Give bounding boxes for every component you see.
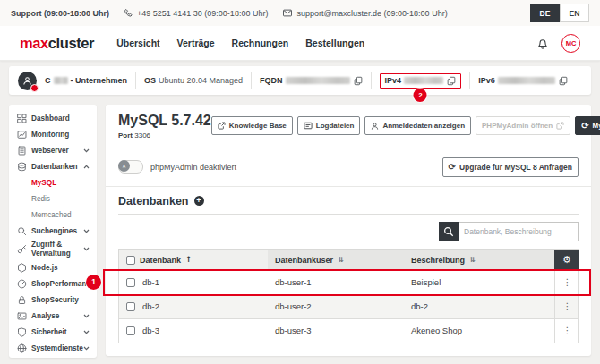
select-all-checkbox[interactable]: [126, 256, 135, 265]
main-menu: Übersicht Verträge Rechnungen Bestellung…: [116, 38, 364, 48]
copy-icon[interactable]: [447, 76, 456, 86]
nav-item-bestellungen[interactable]: Bestellungen: [305, 38, 364, 48]
fqdn-info: FQDN: [260, 76, 363, 86]
phpmyadmin-toggle-label: phpMyAdmin deaktiviert: [150, 163, 236, 172]
copy-icon[interactable]: [559, 76, 568, 86]
chevron-down-icon: [83, 314, 90, 318]
database-search-input[interactable]: [459, 222, 579, 241]
db-name: db-3: [142, 326, 159, 335]
sidebar: Dashboard Monitoring Webserver Datenbank…: [9, 105, 97, 358]
os-info: OS Ubuntu 20.04 Managed: [144, 76, 243, 85]
external-link-icon: [218, 122, 226, 130]
mysql-header: MySQL 5.7.42 Port 3306 Knowledge Base Lo…: [106, 105, 591, 148]
lang-de-button[interactable]: DE: [530, 4, 560, 22]
mysql8-upgrade-button[interactable]: ⟳ Upgrade für MySQL 8 Anfragen: [442, 157, 579, 177]
sidebar-item-monitoring[interactable]: Monitoring: [16, 126, 90, 142]
search-icon[interactable]: [439, 222, 459, 241]
sidebar-item-datenbanken[interactable]: Datenbanken: [16, 158, 90, 174]
search-icon: [16, 225, 27, 236]
page-title: MySQL 5.7.42: [118, 114, 211, 129]
column-header-beschreibung[interactable]: Beschreibung ⇅: [404, 250, 554, 271]
sidebar-item-dashboard[interactable]: Dashboard: [16, 110, 90, 126]
table-settings-button[interactable]: ⚙: [554, 250, 579, 271]
knowledge-base-button[interactable]: Knowledge Base: [211, 116, 293, 135]
sidebar-item-sicherheit[interactable]: Sicherheit: [16, 324, 90, 340]
chevron-down-icon: [83, 148, 90, 153]
add-database-button[interactable]: +: [194, 196, 204, 206]
ipv4-value-redacted: [404, 77, 443, 84]
nav-item-uebersicht[interactable]: Übersicht: [116, 38, 159, 48]
sidebar-item-shopsecurity[interactable]: ShopSecurity: [16, 292, 90, 308]
db-user: db-user-2: [268, 295, 404, 318]
lang-en-button[interactable]: EN: [560, 4, 589, 22]
column-header-datenbank[interactable]: Datenbank ↑: [119, 250, 268, 271]
maxcluster-logo[interactable]: maxcluster: [20, 35, 94, 52]
server-avatar[interactable]: [18, 72, 37, 90]
support-email: support@maxcluster.de (09:00-18:00 Uhr): [282, 8, 447, 18]
support-phone: +49 5251 4141 30 (09:00-18:00 Uhr): [124, 8, 268, 18]
logfiles-button[interactable]: Logdateien: [297, 116, 361, 135]
sidebar-item-systemdienste[interactable]: Systemdienste: [16, 340, 90, 356]
row-actions-menu[interactable]: ⋮: [554, 271, 579, 294]
nav-item-rechnungen[interactable]: Rechnungen: [232, 38, 289, 48]
support-email-text: support@maxcluster.de (09:00-18:00 Uhr): [296, 9, 447, 18]
port-info: Port 3306: [118, 131, 211, 140]
db-description: db-2: [404, 295, 554, 318]
logfile-icon: [304, 122, 313, 130]
dashboard-icon: [16, 113, 27, 123]
navbar-right: MC: [536, 34, 580, 53]
sidebar-item-shopperformance[interactable]: ShopPerformance: [16, 275, 90, 292]
table-header-row: Datenbank ↑ Datenbankuser ⇅ Beschreibung…: [118, 249, 579, 271]
kebab-menu-icon: ⋮: [563, 326, 572, 335]
support-phone-text: +49 5251 4141 30 (09:00-18:00 Uhr): [137, 9, 268, 18]
divider: [251, 72, 252, 89]
annotation-step-2: 2: [414, 89, 427, 102]
sidebar-item-redis[interactable]: Redis: [16, 190, 90, 207]
databases-table: Datenbank ↑ Datenbankuser ⇅ Beschreibung…: [118, 249, 579, 343]
phone-icon: [124, 8, 133, 18]
copy-icon[interactable]: [354, 76, 363, 86]
sidebar-item-memcached[interactable]: Memcached: [16, 207, 90, 223]
nav-item-vertraege[interactable]: Verträge: [177, 38, 215, 48]
sidebar-item-analyse[interactable]: Analyse: [16, 308, 90, 324]
phpmyadmin-open-button[interactable]: PHPMyAdmin öffnen: [476, 116, 570, 135]
column-header-datenbankuser[interactable]: Datenbankuser ⇅: [268, 250, 404, 271]
sort-ascending-icon: ↑: [185, 256, 193, 264]
support-hours-label: Support (09:00-18:00 Uhr): [11, 9, 109, 18]
sidebar-item-zugriff-verwaltung[interactable]: Zugriff & Verwaltung: [16, 239, 90, 259]
chevron-down-icon: [83, 229, 90, 233]
server-infobar: C - Unternehmen OS Ubuntu 20.04 Managed …: [9, 66, 591, 95]
mysql-panel: MySQL 5.7.42 Port 3306 Knowledge Base Lo…: [106, 105, 591, 356]
sidebar-item-nodejs[interactable]: Node.js: [16, 259, 90, 275]
webserver-icon: [16, 145, 27, 156]
row-actions-menu[interactable]: ⋮: [554, 319, 579, 343]
credentials-button[interactable]: Anmeldedaten anzeigen: [364, 116, 471, 135]
sidebar-item-webserver[interactable]: Webserver: [16, 142, 90, 158]
table-row-db-2: db-2 db-user-2 db-2 ⋮: [118, 295, 579, 319]
kebab-menu-icon: ⋮: [563, 302, 572, 311]
user-avatar[interactable]: MC: [561, 34, 580, 53]
row-actions-menu[interactable]: ⋮: [554, 295, 579, 318]
table-row-db-3: db-3 db-user-3 Akeneo Shop ⋮: [118, 319, 579, 343]
sidebar-item-mysql[interactable]: MySQL: [16, 174, 90, 190]
sidebar-item-suchengines[interactable]: Suchengines: [16, 223, 90, 239]
phpmyadmin-toggle[interactable]: ✕: [118, 160, 143, 174]
db-description: Beispiel: [404, 271, 554, 294]
divider: [371, 72, 372, 89]
chevron-down-icon: [83, 346, 90, 351]
mysql-restart-button[interactable]: ⟳ MySQL neu starten: [575, 116, 600, 135]
toggle-knob: ✕: [118, 160, 130, 172]
db-name: db-2: [142, 301, 159, 311]
kebab-menu-icon: ⋮: [563, 278, 572, 287]
row-checkbox[interactable]: [126, 278, 135, 287]
mysql-title-block: MySQL 5.7.42 Port 3306: [118, 114, 211, 140]
row-checkbox[interactable]: [126, 302, 135, 311]
sort-icon: ⇅: [338, 257, 344, 264]
row-checkbox[interactable]: [126, 326, 135, 335]
chevron-down-icon: [83, 247, 90, 251]
analyse-icon: [16, 310, 27, 321]
notification-bell-icon[interactable]: [536, 37, 549, 50]
person-icon: [371, 122, 379, 131]
lock-icon: [16, 294, 27, 305]
key-icon: [16, 244, 27, 255]
